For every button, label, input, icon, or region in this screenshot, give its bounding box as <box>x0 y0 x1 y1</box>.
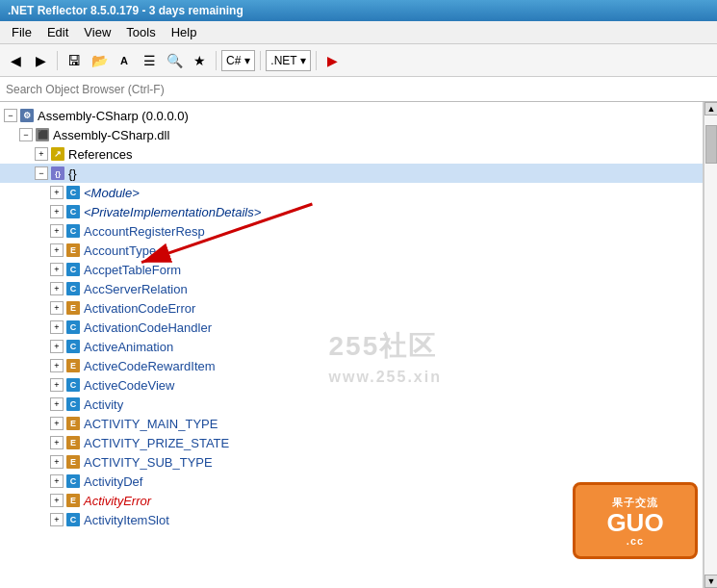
open-button[interactable]: 📂 <box>88 49 111 72</box>
dll-icon: ⬛ <box>35 127 50 142</box>
class-icon: C <box>65 320 81 335</box>
version-dropdown[interactable]: .NET ▾ <box>266 50 310 71</box>
tree-item[interactable]: +CActivityItemSlot <box>0 510 703 529</box>
scroll-thumb[interactable] <box>705 125 717 164</box>
tree-item[interactable]: +EACTIVITY_PRIZE_STATE <box>0 433 703 452</box>
tree-item-label: AccpetTableForm <box>84 263 181 277</box>
menu-help[interactable]: Help <box>164 23 205 41</box>
tree-item-label: Assembly-CSharp (0.0.0.0) <box>38 109 189 123</box>
tree-item[interactable]: +CActivationCodeHandler <box>0 318 703 337</box>
menu-edit[interactable]: Edit <box>39 23 76 41</box>
toolbar-sep-2 <box>216 51 217 70</box>
title-text: .NET Reflector 8.5.0.179 - 3 days remain… <box>8 4 243 17</box>
tree-item[interactable]: −{}{} <box>0 164 703 183</box>
enum-icon: E <box>65 416 81 431</box>
enum-icon: E <box>65 243 81 258</box>
class-icon: C <box>65 281 81 296</box>
enum-icon: E <box>65 300 81 316</box>
class-icon: C <box>65 223 81 239</box>
toolbar: ◀ ▶ 🖫 📂 A ☰ 🔍 ★ C# ▾ .NET ▾ ▶ <box>0 44 717 77</box>
menu-bar: File Edit View Tools Help <box>0 21 717 44</box>
star-button[interactable]: ★ <box>188 49 211 72</box>
tree-item[interactable]: +CAccpetTableForm <box>0 260 703 279</box>
expand-btn[interactable]: + <box>50 474 64 488</box>
tree-item[interactable]: −⚙Assembly-CSharp (0.0.0.0) <box>0 106 703 125</box>
menu-tools[interactable]: Tools <box>118 23 163 41</box>
tree-item-label: AccountType <box>84 243 156 258</box>
expand-btn[interactable]: + <box>50 282 64 295</box>
expand-btn[interactable]: + <box>50 378 64 392</box>
tree-panel[interactable]: 255社区 www.255.xin −⚙Assembly-CSharp (0.0… <box>0 102 704 588</box>
class-icon: C <box>65 377 81 393</box>
class-icon: C <box>65 473 81 489</box>
lang-label: C# <box>226 54 241 67</box>
expand-btn[interactable]: + <box>35 147 48 161</box>
menu-view[interactable]: View <box>76 23 118 41</box>
tree-item[interactable]: +EAccountType <box>0 241 703 260</box>
scroll-up-arrow[interactable]: ▲ <box>704 102 717 115</box>
run-button[interactable]: ▶ <box>321 49 345 72</box>
save-button[interactable]: 🖫 <box>63 49 86 72</box>
expand-btn[interactable]: + <box>50 359 64 372</box>
expand-btn[interactable]: + <box>50 494 64 507</box>
tree-item[interactable]: +CActiveAnimation <box>0 337 703 356</box>
expand-btn[interactable]: + <box>50 320 64 334</box>
expand-btn[interactable]: + <box>50 417 64 430</box>
menu-file[interactable]: File <box>4 23 39 41</box>
tree-item-label: <Module> <box>84 186 140 200</box>
text-button[interactable]: A <box>113 49 136 72</box>
expand-btn[interactable]: − <box>19 128 33 141</box>
tree-item-label: Assembly-CSharp.dll <box>53 128 169 142</box>
tree-item[interactable]: +↗References <box>0 144 703 164</box>
ns-icon: {} <box>50 166 65 181</box>
expand-btn[interactable]: + <box>50 186 64 199</box>
class-icon: C <box>65 396 81 412</box>
forward-button[interactable]: ▶ <box>29 49 52 72</box>
tree-item-label: <PrivateImplementationDetails> <box>84 205 261 219</box>
tree-item-label: ActivationCodeHandler <box>84 320 212 335</box>
lang-arrow: ▾ <box>244 54 250 67</box>
expand-btn[interactable]: + <box>50 243 64 257</box>
expand-btn[interactable]: + <box>50 301 64 315</box>
tree-item[interactable]: +CActivity <box>0 395 703 414</box>
search-toolbar-button[interactable]: 🔍 <box>163 49 186 72</box>
back-button[interactable]: ◀ <box>4 49 27 72</box>
tree-item[interactable]: +EActiveCodeRewardItem <box>0 356 703 375</box>
expand-btn[interactable]: + <box>50 340 64 353</box>
expand-btn[interactable]: − <box>35 166 48 180</box>
ref-icon: ↗ <box>50 146 65 162</box>
expand-btn[interactable]: − <box>4 109 17 122</box>
scroll-track[interactable] <box>704 115 717 575</box>
list-button[interactable]: ☰ <box>138 49 161 72</box>
lang-dropdown[interactable]: C# ▾ <box>221 50 255 71</box>
tree-item[interactable]: +EACTIVITY_SUB_TYPE <box>0 452 703 472</box>
tree-item-label: ActivityItemSlot <box>84 513 169 527</box>
tree-item[interactable]: +CActiveCodeView <box>0 375 703 395</box>
tree-item[interactable]: +EActivityError <box>0 491 703 510</box>
class-icon: C <box>65 204 81 219</box>
tree-item[interactable]: +EACTIVITY_MAIN_TYPE <box>0 414 703 433</box>
title-bar: .NET Reflector 8.5.0.179 - 3 days remain… <box>0 0 717 21</box>
expand-btn[interactable]: + <box>50 224 64 238</box>
search-input[interactable] <box>6 83 711 96</box>
tree-item[interactable]: +CAccountRegisterResp <box>0 221 703 241</box>
class-icon: C <box>65 262 81 277</box>
tree-item[interactable]: +C<PrivateImplementationDetails> <box>0 202 703 221</box>
scrollbar[interactable]: ▲ ▼ <box>704 102 717 588</box>
tree-item[interactable]: −⬛Assembly-CSharp.dll <box>0 125 703 144</box>
expand-btn[interactable]: + <box>50 455 64 469</box>
expand-btn[interactable]: + <box>50 397 64 411</box>
expand-btn[interactable]: + <box>50 205 64 218</box>
tree-item[interactable]: +CActivityDef <box>0 472 703 491</box>
tree-item[interactable]: +CAccServerRelation <box>0 279 703 298</box>
tree-item[interactable]: +EActivationCodeError <box>0 298 703 318</box>
expand-btn[interactable]: + <box>50 263 64 276</box>
expand-btn[interactable]: + <box>50 513 64 526</box>
toolbar-sep-1 <box>57 51 58 70</box>
tree-item-label: ActiveCodeRewardItem <box>84 359 216 373</box>
scroll-down-arrow[interactable]: ▼ <box>704 575 717 588</box>
search-bar <box>0 77 717 102</box>
expand-btn[interactable]: + <box>50 436 64 449</box>
tree-item[interactable]: +C<Module> <box>0 183 703 202</box>
enum-icon: E <box>65 435 81 450</box>
